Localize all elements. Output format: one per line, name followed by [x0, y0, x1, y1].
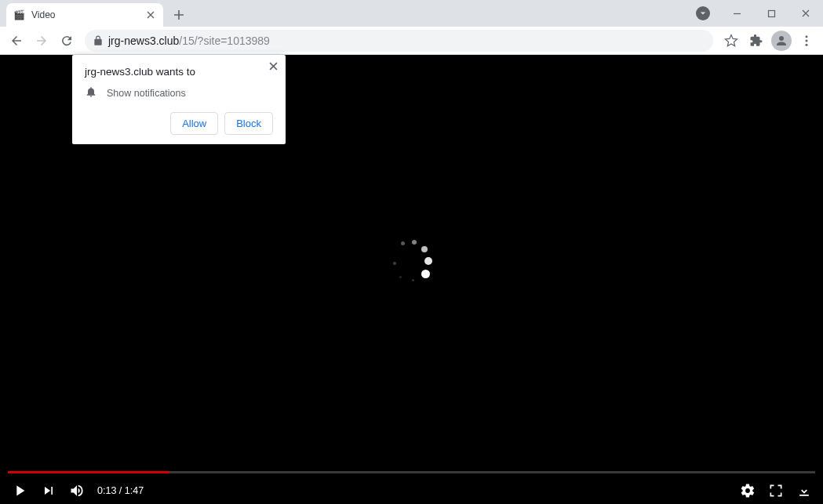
user-indicator-icon[interactable] [696, 6, 710, 20]
page-content: jrg-news3.club wants to Show notificatio… [0, 55, 823, 504]
current-time: 0:13 [97, 485, 116, 496]
download-button[interactable] [796, 483, 812, 499]
block-button[interactable]: Block [224, 112, 273, 135]
progress-bar[interactable] [8, 471, 815, 473]
new-tab-button[interactable] [168, 4, 190, 26]
bookmark-star-button[interactable] [719, 29, 743, 53]
popup-close-button[interactable] [265, 58, 281, 74]
window-controls [696, 0, 823, 27]
browser-tab[interactable]: 🎬 Video [6, 3, 163, 27]
back-button[interactable] [5, 29, 28, 53]
address-bar[interactable]: jrg-news3.club/15/?site=1013989 [85, 30, 713, 52]
close-window-button[interactable] [788, 2, 823, 25]
tab-close-button[interactable] [144, 9, 157, 21]
profile-button[interactable] [770, 29, 793, 53]
tab-favicon: 🎬 [13, 9, 25, 21]
next-button[interactable] [41, 483, 56, 499]
reload-button[interactable] [55, 29, 78, 53]
fullscreen-button[interactable] [768, 483, 784, 499]
popup-title: jrg-news3.club wants to [85, 66, 273, 78]
maximize-button[interactable] [754, 2, 788, 25]
menu-button[interactable] [795, 29, 818, 53]
tab-title: Video [31, 9, 138, 20]
settings-button[interactable] [740, 483, 756, 499]
volume-button[interactable] [69, 483, 85, 499]
forward-button[interactable] [30, 29, 53, 53]
svg-rect-0 [768, 10, 774, 16]
lock-icon [93, 35, 104, 46]
popup-permission-text: Show notifications [107, 88, 186, 99]
browser-toolbar: jrg-news3.club/15/?site=1013989 [0, 27, 823, 55]
minimize-button[interactable] [719, 2, 754, 25]
svg-point-1 [806, 35, 808, 38]
window-titlebar: 🎬 Video [0, 0, 823, 27]
notification-permission-popup: jrg-news3.club wants to Show notificatio… [72, 55, 286, 144]
url-host: jrg-news3.club [108, 34, 179, 47]
time-display: 0:13 / 1:47 [97, 485, 144, 496]
video-controls-bar: 0:13 / 1:47 [0, 471, 823, 504]
bell-icon [85, 85, 97, 101]
svg-point-3 [806, 43, 808, 45]
url-path: /15/?site=1013989 [179, 34, 270, 47]
play-button[interactable] [11, 482, 28, 499]
loading-spinner [388, 238, 435, 285]
svg-point-2 [806, 39, 808, 42]
extensions-button[interactable] [745, 29, 768, 53]
allow-button[interactable]: Allow [170, 112, 218, 135]
progress-played [8, 471, 169, 473]
duration: 1:47 [125, 485, 144, 496]
